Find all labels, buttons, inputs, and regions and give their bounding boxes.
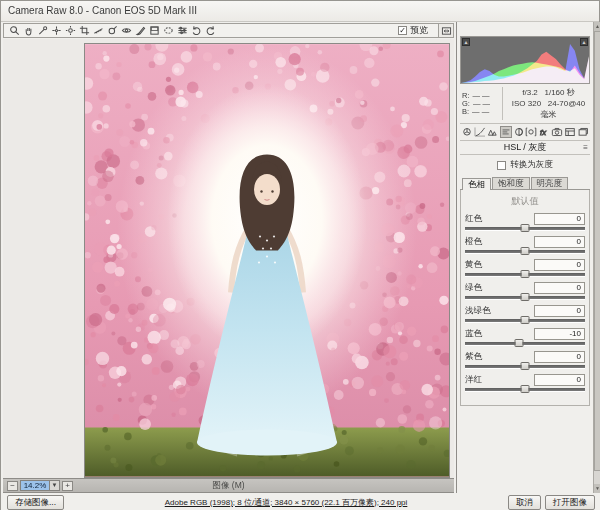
panel-tab-snapshots[interactable] xyxy=(577,126,589,138)
slider-track[interactable] xyxy=(465,227,585,231)
slider-value-box[interactable]: 0 xyxy=(534,351,585,363)
hsl-subtabs: 色相饱和度明亮度 xyxy=(460,175,590,190)
slider-label: 蓝色 xyxy=(465,328,482,340)
slider-track[interactable] xyxy=(465,273,585,277)
white-balance-icon xyxy=(37,25,48,36)
hue-sliders-group: 红色0橙色0黄色0绿色0浅绿色0蓝色-10紫色0洋红0 xyxy=(465,213,585,392)
straighten-tool[interactable] xyxy=(91,24,105,37)
info-divider xyxy=(502,87,503,120)
subtab-明亮度[interactable]: 明亮度 xyxy=(531,177,569,189)
rotate-right-tool[interactable] xyxy=(203,24,217,37)
slider-value-box[interactable]: 0 xyxy=(534,374,585,386)
bottom-action-bar: 存储图像... Adobe RGB (1998); 8 位/通道; 3840 ×… xyxy=(1,493,600,510)
slider-thumb[interactable] xyxy=(515,339,524,347)
panel-tab-lens-corrections[interactable] xyxy=(525,126,537,138)
panel-tab-tone-curve[interactable] xyxy=(474,126,486,138)
slider-thumb[interactable] xyxy=(521,362,530,370)
exif-shutter: 1/160 秒 xyxy=(545,88,575,97)
panel-tab-effects[interactable]: fx xyxy=(538,126,550,138)
panel-tab-detail[interactable] xyxy=(487,126,499,138)
red-eye-tool[interactable] xyxy=(119,24,133,37)
panel-menu-icon[interactable]: ≡ xyxy=(583,143,588,152)
slider-track[interactable] xyxy=(465,365,585,369)
crop-tool[interactable] xyxy=(77,24,91,37)
zoom-in-button[interactable]: + xyxy=(62,481,73,491)
graduated-filter-tool[interactable] xyxy=(147,24,161,37)
open-image-button[interactable]: 打开图像 xyxy=(545,495,595,510)
scrollbar-thumb[interactable] xyxy=(594,31,600,471)
panel-tab-presets[interactable] xyxy=(564,126,576,138)
slider-thumb[interactable] xyxy=(521,385,530,393)
scroll-down-arrow-icon[interactable]: ▼ xyxy=(594,484,600,493)
save-image-button[interactable]: 存储图像... xyxy=(7,495,64,510)
slider-value-box[interactable]: -10 xyxy=(534,328,585,340)
radial-filter-tool[interactable] xyxy=(161,24,175,37)
slider-track[interactable] xyxy=(465,342,585,346)
hand-icon xyxy=(23,25,34,36)
preferences-icon xyxy=(177,25,188,36)
targeted-adjustment-tool[interactable] xyxy=(63,24,77,37)
fullscreen-toggle-button[interactable] xyxy=(438,23,454,38)
zoom-level-select[interactable]: 14.2% ▼ xyxy=(20,480,60,491)
slider-thumb[interactable] xyxy=(521,293,530,301)
adjustment-brush-tool[interactable] xyxy=(133,24,147,37)
graduated-filter-icon xyxy=(149,25,160,36)
slider-track[interactable] xyxy=(465,319,585,323)
zoom-dropdown-arrow-icon[interactable]: ▼ xyxy=(49,481,59,490)
default-values-link[interactable]: 默认值 xyxy=(465,195,585,208)
rotate-left-tool[interactable] xyxy=(189,24,203,37)
slider-value-box[interactable]: 0 xyxy=(534,282,585,294)
workflow-options-link[interactable]: Adobe RGB (1998); 8 位/通道; 3840 × 5760 (2… xyxy=(68,497,504,508)
slider-label: 紫色 xyxy=(465,351,482,363)
slider-thumb[interactable] xyxy=(521,224,530,232)
preview-label: 预览 xyxy=(410,24,428,37)
filename-caption: 图像 (M) xyxy=(212,480,244,492)
panel-tab-hsl-grayscale[interactable] xyxy=(500,126,512,138)
slider-label: 红色 xyxy=(465,213,482,225)
tone-curve-icon xyxy=(474,127,486,137)
slider-thumb[interactable] xyxy=(521,247,530,255)
hue-tab-content: 默认值 红色0橙色0黄色0绿色0浅绿色0蓝色-10紫色0洋红0 xyxy=(460,190,590,406)
slider-value-box[interactable]: 0 xyxy=(534,259,585,271)
subtab-饱和度[interactable]: 饱和度 xyxy=(492,177,530,189)
highlight-clipping-indicator[interactable]: ▲ xyxy=(580,38,588,46)
spot-removal-tool[interactable] xyxy=(105,24,119,37)
convert-grayscale-label: 转换为灰度 xyxy=(510,159,553,171)
exif-lens: 24-70@40 毫米 xyxy=(541,99,586,119)
shadow-clipping-indicator[interactable]: ▲ xyxy=(462,38,470,46)
preview-toggle[interactable]: ✓ 预览 xyxy=(398,24,428,37)
panel-tab-basic[interactable] xyxy=(461,126,473,138)
color-sampler-tool[interactable] xyxy=(49,24,63,37)
spot-removal-icon xyxy=(107,25,118,36)
preview-checkbox[interactable]: ✓ xyxy=(398,26,407,35)
preview-canvas[interactable] xyxy=(3,39,454,478)
slider-value-box[interactable]: 0 xyxy=(534,305,585,317)
panel-tab-split-toning[interactable] xyxy=(513,126,525,138)
straighten-icon xyxy=(93,25,104,36)
zoom-out-button[interactable]: − xyxy=(7,481,18,491)
slider-track[interactable] xyxy=(465,388,585,392)
convert-grayscale-checkbox[interactable] xyxy=(497,161,506,170)
slider-thumb[interactable] xyxy=(521,270,530,278)
panel-scrollbar[interactable]: ▲ ▼ xyxy=(593,22,600,493)
zoom-status-bar: − 14.2% ▼ + 图像 (M) xyxy=(3,478,454,493)
slider-value-box[interactable]: 0 xyxy=(534,213,585,225)
subtab-色相[interactable]: 色相 xyxy=(462,178,491,190)
zoom-tool[interactable] xyxy=(7,24,21,37)
white-balance-tool[interactable] xyxy=(35,24,49,37)
slider-thumb[interactable] xyxy=(521,316,530,324)
slider-value-box[interactable]: 0 xyxy=(534,236,585,248)
preferences-tool[interactable] xyxy=(175,24,189,37)
slider-track[interactable] xyxy=(465,250,585,254)
scroll-up-arrow-icon[interactable]: ▲ xyxy=(594,22,600,31)
zoom-level-value: 14.2% xyxy=(21,481,49,490)
detail-icon xyxy=(487,127,499,137)
slider-track[interactable] xyxy=(465,296,585,300)
hsl-slider-红色: 红色0 xyxy=(465,213,585,231)
photo-preview[interactable] xyxy=(84,43,450,478)
panel-tab-camera-calibration[interactable] xyxy=(551,126,563,138)
exif-iso: ISO 320 xyxy=(512,99,541,108)
hand-tool[interactable] xyxy=(21,24,35,37)
cancel-button[interactable]: 取消 xyxy=(508,495,541,510)
convert-grayscale-row: 转换为灰度 xyxy=(460,155,590,175)
